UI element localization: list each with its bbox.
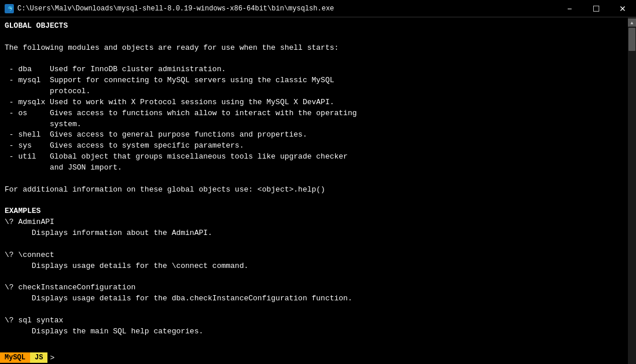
app-icon: 🐬 — [5, 4, 14, 13]
terminal-line: - sys Gives access to system specific pa… — [5, 141, 623, 152]
terminal-line: For additional information on these glob… — [5, 185, 623, 196]
terminal-line — [5, 32, 623, 43]
terminal-body: GLOBAL OBJECTSThe following modules and … — [0, 17, 636, 364]
terminal-line: - mysqlx Used to work with X Protocol se… — [5, 97, 623, 108]
terminal-line: - dba Used for InnoDB cluster administra… — [5, 64, 623, 75]
terminal-line: EXAMPLES — [5, 206, 623, 217]
terminal-line: \? sql syntax — [5, 315, 623, 326]
terminal-line: Displays usage details for the \connect … — [5, 261, 623, 272]
title-bar: 🐬 C:\Users\Malv\Downloads\mysql-shell-8.… — [0, 0, 636, 17]
bottom-bar: MySQL JS > — [0, 351, 620, 364]
terminal-line: - util Global object that groups miscell… — [5, 152, 623, 163]
window-controls: − ☐ ✕ — [556, 0, 636, 17]
terminal-line: - shell Gives access to general purpose … — [5, 130, 623, 141]
terminal-line: Displays usage details for the dba.check… — [5, 293, 623, 304]
terminal-line — [5, 174, 623, 185]
terminal-line: - os Gives access to functions which all… — [5, 108, 623, 119]
terminal-line: Displays the main SQL help categories. — [5, 326, 623, 337]
terminal-line: \? AdminAPI — [5, 217, 623, 228]
title-text: C:\Users\Malv\Downloads\mysql-shell-8.0.… — [17, 5, 631, 13]
terminal-line: system. — [5, 119, 623, 130]
terminal-line: Displays information about the AdminAPI. — [5, 228, 623, 239]
terminal-line: The following modules and objects are re… — [5, 43, 623, 54]
svg-text:🐬: 🐬 — [8, 6, 13, 12]
terminal-line — [5, 54, 623, 65]
close-button[interactable]: ✕ — [609, 0, 636, 17]
minimize-button[interactable]: − — [556, 0, 583, 17]
command-prompt: > — [47, 354, 54, 362]
scrollbar[interactable]: ▲ — [628, 17, 636, 364]
terminal-line — [5, 239, 623, 250]
terminal-line — [5, 271, 623, 282]
terminal-line: \? checkInstanceConfiguration — [5, 282, 623, 293]
maximize-button[interactable]: ☐ — [583, 0, 609, 17]
terminal-line: protocol. — [5, 86, 623, 97]
terminal-line — [5, 196, 623, 207]
scrollbar-thumb[interactable] — [628, 28, 635, 51]
tab-js[interactable]: JS — [30, 352, 47, 363]
terminal-line: and JSON import. — [5, 163, 623, 174]
terminal-line: \? \connect — [5, 250, 623, 261]
terminal-line: - mysql Support for connecting to MySQL … — [5, 75, 623, 86]
terminal-content[interactable]: GLOBAL OBJECTSThe following modules and … — [0, 17, 628, 364]
terminal-lines: GLOBAL OBJECTSThe following modules and … — [5, 21, 623, 351]
terminal-line — [5, 304, 623, 315]
window: 🐬 C:\Users\Malv\Downloads\mysql-shell-8.… — [0, 0, 636, 364]
tab-mysql[interactable]: MySQL — [0, 352, 30, 363]
scroll-up-button[interactable]: ▲ — [628, 19, 636, 27]
terminal-line: GLOBAL OBJECTS — [5, 21, 623, 32]
